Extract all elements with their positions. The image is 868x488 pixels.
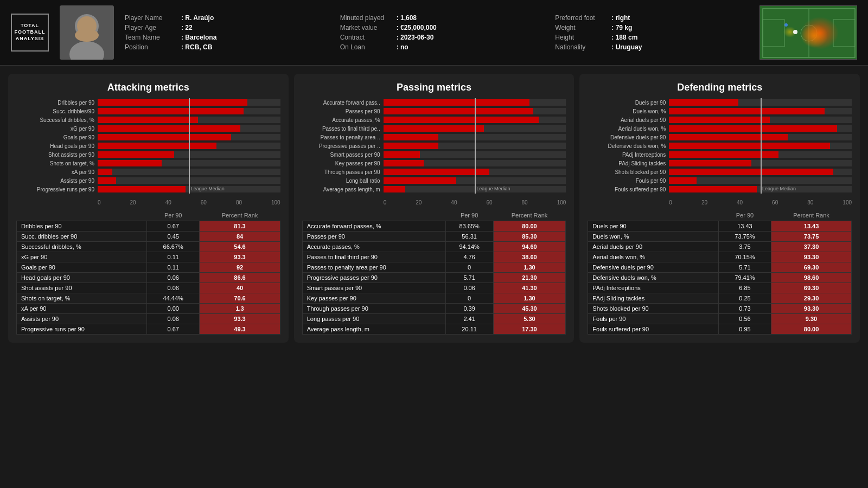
bar-label: PAdj Sliding tackles [588,160,669,166]
bar-row: Defensive duels per 90 [588,133,852,141]
metric-cell: Progressive runs per 90 [17,324,147,335]
bar-fill [669,186,757,192]
prank-cell: 80.00 [493,221,566,232]
loan-value: : no [397,43,409,51]
table-row: Defensive duels won, %79.41%98.60 [588,273,852,283]
per90-cell: 83.65% [445,221,493,232]
foot-label: Preferred foot [555,14,609,22]
metric-cell: Duels won, % [588,232,719,242]
bar-area [384,134,566,140]
table-row: Key passes per 9001.30 [302,293,566,304]
header: TOTAL FOOTBALL ANALYSIS Player Name : R.… [0,0,868,66]
table-row: Shot assists per 900.0640 [17,283,280,293]
bar-fill [98,169,112,175]
league-median-line [761,168,762,176]
main-content: Attacking metrics Dribbles per 90Succ. d… [0,66,868,351]
bar-fill [98,117,198,123]
table-row: Smart passes per 900.0641.30 [302,283,566,293]
bar-row: Key passes per 90 [302,159,566,167]
bar-label: Progressive passes per .. [302,143,384,149]
bar-label: Shot assists per 90 [16,152,98,158]
league-median-line [761,98,762,107]
bar-label: Successful dribbles, % [16,117,98,123]
bar-row: Aerial duels per 90 [588,116,852,124]
metric-cell: Successful dribbles, % [17,242,147,252]
league-median-line [475,133,476,142]
passing-axis: 020406080100 [384,198,566,206]
league-median-line [189,107,190,115]
table-row: PAdj Interceptions6.8569.30 [588,283,852,293]
bar-row: PAdj Sliding tackles [588,159,852,167]
metric-cell: Defensive duels per 90 [588,262,719,273]
bar-area [98,160,280,166]
bar-row: xG per 90 [16,125,280,132]
bar-label: Goals per 90 [16,134,98,140]
bar-row: Successful dribbles, % [16,116,280,124]
bar-area [384,177,566,184]
table-row: Dribbles per 900.6781.3 [17,221,280,232]
metric-cell: Aerial duels won, % [588,252,719,262]
league-median-line [189,98,190,107]
table-row: Shots on target, %44.44%70.6 [17,293,280,304]
bar-area [669,125,852,132]
attacking-axis: 020406080100 [98,198,280,206]
bar-area: League Median [384,186,566,192]
team-label: Team Name [125,34,179,41]
bar-row: Defensive duels won, % [588,142,852,150]
league-median-line [475,185,476,194]
per90-cell: 6.85 [718,283,771,293]
passing-col-prank: Percent Rank [493,210,566,221]
league-median-line [761,142,762,150]
metric-cell: Smart passes per 90 [302,283,445,293]
prank-cell: 94.60 [493,242,566,252]
attacking-panel: Attacking metrics Dribbles per 90Succ. d… [8,74,289,343]
metric-cell: Aerial duels per 90 [588,242,719,252]
prank-cell: 70.6 [200,293,280,304]
bar-row: Accurate forward pass.. [302,99,566,106]
bar-area [669,169,852,175]
age-value: : 22 [181,24,193,31]
metric-cell: PAdj Sliding tackles [588,293,719,304]
table-row: Goals per 900.1192 [17,262,280,273]
per90-cell: 0.06 [445,283,493,293]
bar-fill [98,134,231,140]
bar-label: Duels per 90 [588,100,669,106]
bar-row: Accurate passes, % [302,116,566,124]
bar-label: Long ball ratio [302,178,384,184]
foot-value: : right [611,14,630,22]
per90-cell: 0.06 [146,283,199,293]
bar-label: Fouls per 90 [588,178,669,184]
bar-row: Fouls suffered per 90League Median [588,185,852,193]
bar-fill [384,186,405,192]
bar-label: xG per 90 [16,126,98,132]
position-label: Position [125,43,179,51]
attacking-col-metric [17,210,147,221]
metric-cell: Head goals per 90 [17,273,147,283]
metric-cell: Dribbles per 90 [17,221,147,232]
attacking-table: Per 90 Percent Rank Dribbles per 900.678… [16,210,280,335]
per90-cell: 66.67% [146,242,199,252]
per90-cell: 73.75% [718,232,771,242]
per90-cell: 0.06 [146,314,199,324]
league-median-line [761,124,762,133]
bar-row: Duels won, % [588,107,852,115]
bar-label: Through passes per 90 [302,169,384,175]
bar-fill [384,108,533,114]
bar-label: Aerial duels per 90 [588,117,669,123]
prank-cell: 93.3 [200,314,280,324]
metric-cell: Duels per 90 [588,221,719,232]
passing-col-per90: Per 90 [445,210,493,221]
metric-cell: Shots on target, % [17,293,147,304]
per90-cell: 3.75 [718,242,771,252]
bar-label: Accurate forward pass.. [302,100,384,106]
league-median-line [189,124,190,133]
table-row: Succ. dribbles per 900.4584 [17,232,280,242]
metric-cell: Passes to final third per 90 [302,252,445,262]
bar-area [98,151,280,158]
league-median-line [189,176,190,185]
bar-area [98,134,280,140]
svg-point-4 [75,29,99,42]
position-value: : RCB, CB [181,43,212,51]
league-median-line [761,115,762,124]
bar-area [98,177,280,184]
